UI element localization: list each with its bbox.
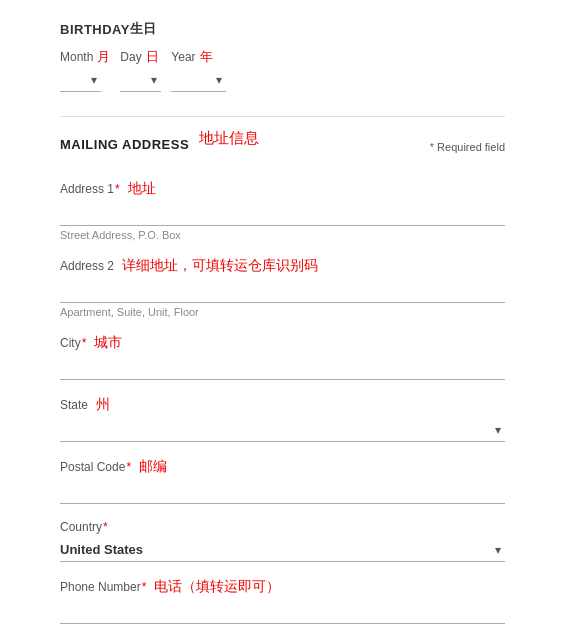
month-chinese: 月: [97, 48, 110, 66]
city-chinese: 城市: [94, 334, 122, 352]
day-field: Day 日 010203 040506 070809 101520 2531: [120, 48, 161, 92]
postal-label: Postal Code * 邮编: [60, 458, 505, 476]
year-select-wrapper[interactable]: 200019991998 199019801970: [171, 68, 226, 92]
postal-input[interactable]: [60, 480, 505, 504]
country-select-wrapper[interactable]: United States Canada China Japan United …: [60, 538, 505, 562]
address1-required: *: [115, 182, 120, 196]
birthday-fields: Month 月 010203 040506 070809 101112 Day …: [60, 48, 505, 92]
state-group: State 州 AlabamaAlaskaArizona CaliforniaC…: [60, 396, 505, 442]
day-label: Day: [120, 50, 141, 64]
city-required: *: [82, 336, 87, 350]
address2-group: Address 2 详细地址，可填转运仓库识别码 Apartment, Suit…: [60, 257, 505, 318]
postal-chinese: 邮编: [139, 458, 167, 476]
state-select[interactable]: AlabamaAlaskaArizona CaliforniaColoradoC…: [60, 418, 505, 442]
address1-input[interactable]: [60, 202, 505, 226]
city-group: City * 城市: [60, 334, 505, 380]
address2-chinese: 详细地址，可填转运仓库识别码: [122, 257, 318, 275]
required-note: * Required field: [430, 141, 505, 153]
birthday-title: BIRTHDAY: [60, 22, 130, 37]
phone-label: Phone Number * 电话（填转运即可）: [60, 578, 505, 596]
address1-label: Address 1 * 地址: [60, 180, 505, 198]
birthday-chinese-label: 生日: [130, 20, 157, 38]
phone-group: Phone Number * 电话（填转运即可） Format: 333-333…: [60, 578, 505, 628]
mailing-title: MAILING ADDRESS: [60, 137, 189, 152]
postal-group: Postal Code * 邮编: [60, 458, 505, 504]
month-label: Month: [60, 50, 93, 64]
city-input[interactable]: [60, 356, 505, 380]
city-label: City * 城市: [60, 334, 505, 352]
address2-input[interactable]: [60, 279, 505, 303]
address2-hint: Apartment, Suite, Unit, Floor: [60, 306, 505, 318]
address1-group: Address 1 * 地址 Street Address, P.O. Box: [60, 180, 505, 241]
country-required: *: [103, 520, 108, 534]
address2-label: Address 2 详细地址，可填转运仓库识别码: [60, 257, 505, 275]
year-select[interactable]: 200019991998 199019801970: [171, 68, 226, 92]
year-field: Year 年 200019991998 199019801970: [171, 48, 226, 92]
month-select[interactable]: 010203 040506 070809 101112: [60, 68, 101, 92]
address1-hint: Street Address, P.O. Box: [60, 229, 505, 241]
phone-chinese: 电话（填转运即可）: [154, 578, 280, 596]
mailing-section: MAILING ADDRESS 地址信息 * Required field Ad…: [60, 129, 505, 628]
phone-required: *: [142, 580, 147, 594]
country-group: Country * United States Canada China Jap…: [60, 520, 505, 562]
mailing-header: MAILING ADDRESS 地址信息 * Required field: [60, 129, 505, 164]
country-label: Country *: [60, 520, 505, 534]
year-label: Year: [171, 50, 195, 64]
phone-input[interactable]: [60, 600, 505, 624]
month-select-wrapper[interactable]: 010203 040506 070809 101112: [60, 68, 101, 92]
year-chinese: 年: [200, 48, 213, 66]
mailing-chinese: 地址信息: [199, 129, 259, 148]
month-field: Month 月 010203 040506 070809 101112: [60, 48, 110, 92]
country-select[interactable]: United States Canada China Japan United …: [60, 538, 505, 562]
postal-required: *: [126, 460, 131, 474]
day-select[interactable]: 010203 040506 070809 101520 2531: [120, 68, 161, 92]
state-label: State 州: [60, 396, 505, 414]
day-chinese: 日: [146, 48, 159, 66]
birthday-section: BIRTHDAY 生日 Month 月 010203 040506 070809…: [60, 20, 505, 92]
address1-chinese: 地址: [128, 180, 156, 198]
day-select-wrapper[interactable]: 010203 040506 070809 101520 2531: [120, 68, 161, 92]
state-chinese: 州: [96, 396, 110, 414]
state-select-wrapper[interactable]: AlabamaAlaskaArizona CaliforniaColoradoC…: [60, 418, 505, 442]
section-divider: [60, 116, 505, 117]
